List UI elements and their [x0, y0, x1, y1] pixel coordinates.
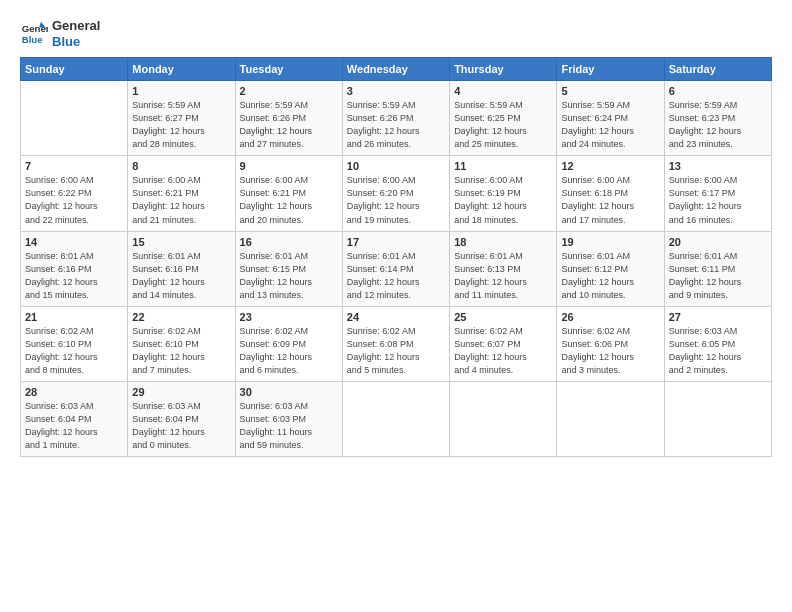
logo-icon: General Blue	[20, 20, 48, 48]
day-number: 7	[25, 160, 123, 172]
calendar-cell	[21, 81, 128, 156]
header-cell-sunday: Sunday	[21, 58, 128, 81]
day-number: 8	[132, 160, 230, 172]
calendar-cell: 6Sunrise: 5:59 AM Sunset: 6:23 PM Daylig…	[664, 81, 771, 156]
calendar-cell: 15Sunrise: 6:01 AM Sunset: 6:16 PM Dayli…	[128, 231, 235, 306]
day-number: 1	[132, 85, 230, 97]
day-detail: Sunrise: 6:03 AM Sunset: 6:03 PM Dayligh…	[240, 400, 338, 452]
calendar-cell: 10Sunrise: 6:00 AM Sunset: 6:20 PM Dayli…	[342, 156, 449, 231]
day-number: 27	[669, 311, 767, 323]
day-detail: Sunrise: 6:00 AM Sunset: 6:20 PM Dayligh…	[347, 174, 445, 226]
day-detail: Sunrise: 6:03 AM Sunset: 6:04 PM Dayligh…	[132, 400, 230, 452]
day-number: 24	[347, 311, 445, 323]
day-detail: Sunrise: 6:01 AM Sunset: 6:15 PM Dayligh…	[240, 250, 338, 302]
day-number: 15	[132, 236, 230, 248]
day-number: 22	[132, 311, 230, 323]
day-detail: Sunrise: 6:00 AM Sunset: 6:21 PM Dayligh…	[132, 174, 230, 226]
day-detail: Sunrise: 6:00 AM Sunset: 6:22 PM Dayligh…	[25, 174, 123, 226]
day-number: 14	[25, 236, 123, 248]
header-cell-tuesday: Tuesday	[235, 58, 342, 81]
day-detail: Sunrise: 6:00 AM Sunset: 6:19 PM Dayligh…	[454, 174, 552, 226]
calendar-cell: 4Sunrise: 5:59 AM Sunset: 6:25 PM Daylig…	[450, 81, 557, 156]
calendar-body: 1Sunrise: 5:59 AM Sunset: 6:27 PM Daylig…	[21, 81, 772, 457]
day-number: 16	[240, 236, 338, 248]
day-detail: Sunrise: 6:03 AM Sunset: 6:05 PM Dayligh…	[669, 325, 767, 377]
day-detail: Sunrise: 5:59 AM Sunset: 6:26 PM Dayligh…	[240, 99, 338, 151]
calendar-header-row: SundayMondayTuesdayWednesdayThursdayFrid…	[21, 58, 772, 81]
day-detail: Sunrise: 6:01 AM Sunset: 6:14 PM Dayligh…	[347, 250, 445, 302]
header-cell-saturday: Saturday	[664, 58, 771, 81]
day-number: 21	[25, 311, 123, 323]
calendar-cell: 7Sunrise: 6:00 AM Sunset: 6:22 PM Daylig…	[21, 156, 128, 231]
calendar-cell: 22Sunrise: 6:02 AM Sunset: 6:10 PM Dayli…	[128, 306, 235, 381]
day-number: 2	[240, 85, 338, 97]
calendar-week-3: 21Sunrise: 6:02 AM Sunset: 6:10 PM Dayli…	[21, 306, 772, 381]
day-number: 17	[347, 236, 445, 248]
calendar-cell: 14Sunrise: 6:01 AM Sunset: 6:16 PM Dayli…	[21, 231, 128, 306]
calendar-cell: 30Sunrise: 6:03 AM Sunset: 6:03 PM Dayli…	[235, 381, 342, 456]
header-cell-monday: Monday	[128, 58, 235, 81]
day-number: 28	[25, 386, 123, 398]
day-number: 18	[454, 236, 552, 248]
calendar-cell: 3Sunrise: 5:59 AM Sunset: 6:26 PM Daylig…	[342, 81, 449, 156]
calendar-cell: 21Sunrise: 6:02 AM Sunset: 6:10 PM Dayli…	[21, 306, 128, 381]
calendar-cell: 24Sunrise: 6:02 AM Sunset: 6:08 PM Dayli…	[342, 306, 449, 381]
day-number: 4	[454, 85, 552, 97]
calendar-cell: 26Sunrise: 6:02 AM Sunset: 6:06 PM Dayli…	[557, 306, 664, 381]
header-cell-friday: Friday	[557, 58, 664, 81]
day-number: 19	[561, 236, 659, 248]
calendar-cell	[342, 381, 449, 456]
calendar-cell	[557, 381, 664, 456]
day-number: 9	[240, 160, 338, 172]
svg-text:General: General	[22, 23, 48, 34]
calendar-cell: 9Sunrise: 6:00 AM Sunset: 6:21 PM Daylig…	[235, 156, 342, 231]
day-number: 10	[347, 160, 445, 172]
header-cell-thursday: Thursday	[450, 58, 557, 81]
day-detail: Sunrise: 6:01 AM Sunset: 6:16 PM Dayligh…	[132, 250, 230, 302]
calendar-cell	[664, 381, 771, 456]
day-detail: Sunrise: 5:59 AM Sunset: 6:23 PM Dayligh…	[669, 99, 767, 151]
calendar-cell: 29Sunrise: 6:03 AM Sunset: 6:04 PM Dayli…	[128, 381, 235, 456]
calendar-week-0: 1Sunrise: 5:59 AM Sunset: 6:27 PM Daylig…	[21, 81, 772, 156]
day-number: 26	[561, 311, 659, 323]
day-detail: Sunrise: 5:59 AM Sunset: 6:26 PM Dayligh…	[347, 99, 445, 151]
svg-text:Blue: Blue	[22, 33, 43, 44]
day-number: 5	[561, 85, 659, 97]
day-detail: Sunrise: 6:01 AM Sunset: 6:12 PM Dayligh…	[561, 250, 659, 302]
day-detail: Sunrise: 6:02 AM Sunset: 6:10 PM Dayligh…	[132, 325, 230, 377]
logo-text: GeneralBlue	[52, 18, 100, 49]
day-number: 13	[669, 160, 767, 172]
day-detail: Sunrise: 6:02 AM Sunset: 6:08 PM Dayligh…	[347, 325, 445, 377]
day-number: 6	[669, 85, 767, 97]
calendar-cell: 1Sunrise: 5:59 AM Sunset: 6:27 PM Daylig…	[128, 81, 235, 156]
calendar-cell: 8Sunrise: 6:00 AM Sunset: 6:21 PM Daylig…	[128, 156, 235, 231]
day-detail: Sunrise: 5:59 AM Sunset: 6:27 PM Dayligh…	[132, 99, 230, 151]
calendar-cell: 12Sunrise: 6:00 AM Sunset: 6:18 PM Dayli…	[557, 156, 664, 231]
day-detail: Sunrise: 6:03 AM Sunset: 6:04 PM Dayligh…	[25, 400, 123, 452]
calendar-week-2: 14Sunrise: 6:01 AM Sunset: 6:16 PM Dayli…	[21, 231, 772, 306]
calendar-cell	[450, 381, 557, 456]
header: General Blue GeneralBlue	[20, 18, 772, 49]
day-detail: Sunrise: 6:02 AM Sunset: 6:10 PM Dayligh…	[25, 325, 123, 377]
calendar-cell: 17Sunrise: 6:01 AM Sunset: 6:14 PM Dayli…	[342, 231, 449, 306]
day-number: 3	[347, 85, 445, 97]
calendar-cell: 20Sunrise: 6:01 AM Sunset: 6:11 PM Dayli…	[664, 231, 771, 306]
calendar-week-4: 28Sunrise: 6:03 AM Sunset: 6:04 PM Dayli…	[21, 381, 772, 456]
calendar-cell: 25Sunrise: 6:02 AM Sunset: 6:07 PM Dayli…	[450, 306, 557, 381]
calendar-cell: 13Sunrise: 6:00 AM Sunset: 6:17 PM Dayli…	[664, 156, 771, 231]
day-detail: Sunrise: 5:59 AM Sunset: 6:25 PM Dayligh…	[454, 99, 552, 151]
page: General Blue GeneralBlue SundayMondayTue…	[0, 0, 792, 612]
day-detail: Sunrise: 6:02 AM Sunset: 6:09 PM Dayligh…	[240, 325, 338, 377]
day-detail: Sunrise: 6:02 AM Sunset: 6:07 PM Dayligh…	[454, 325, 552, 377]
day-detail: Sunrise: 6:00 AM Sunset: 6:17 PM Dayligh…	[669, 174, 767, 226]
logo: General Blue GeneralBlue	[20, 18, 100, 49]
calendar-cell: 28Sunrise: 6:03 AM Sunset: 6:04 PM Dayli…	[21, 381, 128, 456]
day-number: 23	[240, 311, 338, 323]
calendar-cell: 19Sunrise: 6:01 AM Sunset: 6:12 PM Dayli…	[557, 231, 664, 306]
day-number: 25	[454, 311, 552, 323]
day-detail: Sunrise: 5:59 AM Sunset: 6:24 PM Dayligh…	[561, 99, 659, 151]
calendar-cell: 23Sunrise: 6:02 AM Sunset: 6:09 PM Dayli…	[235, 306, 342, 381]
day-detail: Sunrise: 6:02 AM Sunset: 6:06 PM Dayligh…	[561, 325, 659, 377]
calendar-cell: 27Sunrise: 6:03 AM Sunset: 6:05 PM Dayli…	[664, 306, 771, 381]
calendar-cell: 2Sunrise: 5:59 AM Sunset: 6:26 PM Daylig…	[235, 81, 342, 156]
